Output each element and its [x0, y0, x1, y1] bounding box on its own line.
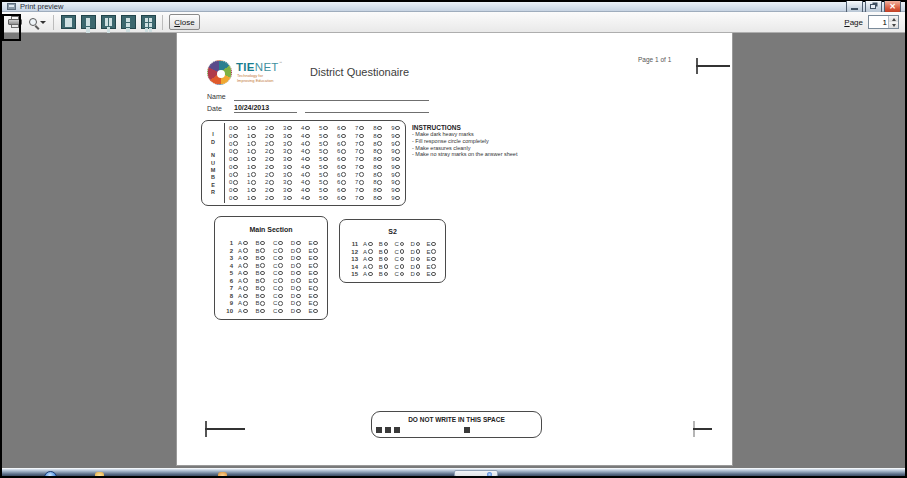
spinner-arrows [888, 16, 898, 28]
bubble-circle [305, 180, 310, 185]
bubble-label: C [273, 278, 277, 284]
taskbar-icon[interactable] [218, 472, 227, 476]
bubble-label: 3 [283, 156, 286, 162]
bubble-circle [278, 263, 283, 268]
bubble-cell: 1 [247, 141, 256, 147]
bubble-cell: B [379, 249, 389, 255]
page-label: Page [844, 18, 863, 27]
bubble-label: 8 [373, 172, 376, 178]
one-page-view-button[interactable] [58, 13, 78, 32]
bubble-cell: 9 [391, 164, 400, 170]
bubble-circle [287, 126, 292, 131]
bubble-label: 5 [319, 125, 322, 131]
bubble-circle [251, 157, 256, 162]
bubble-circle [395, 172, 400, 177]
bubble-label: C [273, 255, 277, 261]
bubble-cell: B [379, 271, 389, 277]
bubble-label: 5 [319, 141, 322, 147]
bubble-label: C [273, 300, 277, 306]
taskbar-icon[interactable] [95, 472, 104, 476]
bubble-circle [313, 278, 318, 283]
bubble-cell: D [291, 248, 301, 254]
answer-row: 14ABCDE [345, 264, 440, 270]
bubble-cell: 8 [373, 141, 382, 147]
bubble-label: 7 [355, 179, 358, 185]
bubble-label: 5 [319, 195, 322, 201]
bubble-circle [260, 278, 265, 283]
do-not-write-box: DO NOT WRITE IN THIS SPACE [371, 411, 542, 438]
bubble-label: 3 [283, 125, 286, 131]
bubble-cell: 2 [265, 133, 274, 139]
bubble-circle [278, 248, 283, 253]
timing-mark [385, 427, 391, 433]
bubble-cell: 1 [247, 156, 256, 162]
bubble-cell: 8 [373, 164, 382, 170]
four-page-icon [121, 15, 136, 29]
choice-group: ABCDE [238, 308, 322, 314]
bubble-label: 3 [283, 164, 286, 170]
bubble-circle [296, 286, 301, 291]
bubble-label: 8 [373, 141, 376, 147]
print-button[interactable] [5, 13, 25, 32]
bubble-circle [278, 286, 283, 291]
bubble-cell: 9 [391, 133, 400, 139]
bubble-label: 0 [229, 148, 232, 154]
answer-row: 4ABCDE [220, 263, 322, 269]
instructions-block: INSTRUCTIONS - Make dark heavy marks- Fi… [412, 124, 642, 158]
bubble-cell: A [363, 264, 373, 270]
id-number-box: IDNUMBER 0123456789012345678901234567890… [201, 120, 406, 206]
bubble-circle [243, 309, 248, 314]
bubble-circle [269, 126, 274, 131]
bubble-cell: 6 [337, 141, 346, 147]
close-preview-button[interactable]: Close [169, 14, 200, 30]
bubble-circle [278, 278, 283, 283]
bubble-circle [313, 309, 318, 314]
crop-mark-bottom-left [205, 421, 247, 437]
bubble-circle [243, 241, 248, 246]
brand-tagline: Technology for Improving Education [237, 74, 273, 83]
bubble-circle [269, 141, 274, 146]
bubble-label: 0 [229, 179, 232, 185]
crop-mark-top-right [696, 58, 732, 74]
bubble-cell: A [238, 270, 248, 276]
bubble-cell: B [379, 241, 389, 247]
active-task-button[interactable] [454, 470, 498, 476]
bubble-circle [341, 134, 346, 139]
bubble-label: E [308, 255, 312, 261]
two-page-view-button[interactable] [78, 13, 98, 32]
three-page-view-button[interactable] [98, 13, 118, 32]
date-underline [234, 112, 297, 113]
bubble-circle [296, 256, 301, 261]
bubble-label: 6 [337, 148, 340, 154]
bubble-label: C [273, 285, 277, 291]
bubble-cell: 4 [301, 156, 310, 162]
page-number-input[interactable] [869, 16, 888, 28]
page-down-button[interactable] [889, 22, 898, 28]
bubble-label: D [410, 256, 414, 262]
bubble-circle [377, 188, 382, 193]
bubble-circle [233, 141, 238, 146]
bubble-cell: 9 [391, 148, 400, 154]
start-button[interactable] [44, 471, 57, 476]
bubble-label: 8 [373, 195, 376, 201]
bubble-circle [384, 264, 389, 269]
bubble-circle [359, 157, 364, 162]
bubble-circle [416, 257, 421, 262]
bubble-label: 6 [337, 164, 340, 170]
bubble-circle [377, 149, 382, 154]
bubble-circle [233, 149, 238, 154]
bubble-circle [269, 157, 274, 162]
answer-row: 10ABCDE [220, 308, 322, 314]
bubble-label: 6 [337, 172, 340, 178]
zoom-dropdown-button[interactable] [25, 13, 49, 32]
id-letter: B [211, 174, 215, 181]
six-page-view-button[interactable] [138, 13, 158, 32]
bubble-label: A [363, 264, 367, 270]
bubble-cell: D [291, 240, 301, 246]
bubble-label: B [255, 293, 259, 299]
four-page-view-button[interactable] [118, 13, 138, 32]
bubble-circle [395, 196, 400, 201]
bubble-cell: A [363, 241, 373, 247]
bubble-label: A [238, 270, 242, 276]
bubble-cell: 6 [337, 125, 346, 131]
